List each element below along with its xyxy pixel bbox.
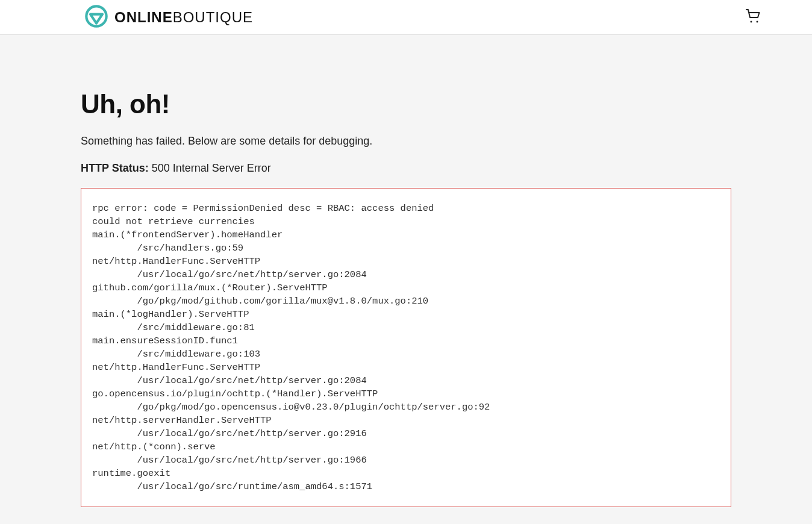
brand-text-light: BOUTIQUE <box>173 9 253 25</box>
error-subtitle: Something has failed. Below are some det… <box>81 135 731 148</box>
brand-text-bold: ONLINE <box>114 9 173 25</box>
header: ONLINEBOUTIQUE <box>0 0 812 35</box>
cart-icon <box>746 9 760 26</box>
http-status-line: HTTP Status: 500 Internal Server Error <box>81 162 731 175</box>
error-stack-trace: rpc error: code = PermissionDenied desc … <box>81 188 731 507</box>
main-content: Uh, oh! Something has failed. Below are … <box>81 35 731 524</box>
cart-button[interactable] <box>742 7 764 28</box>
brand-logo-icon <box>84 4 108 31</box>
svg-point-1 <box>751 20 752 22</box>
http-status-value: 500 Internal Server Error <box>152 162 271 174</box>
http-status-label: HTTP Status: <box>81 162 149 174</box>
error-title: Uh, oh! <box>81 89 731 119</box>
brand-logo-link[interactable]: ONLINEBOUTIQUE <box>84 4 253 31</box>
brand-text: ONLINEBOUTIQUE <box>114 9 253 26</box>
svg-point-2 <box>757 20 758 22</box>
